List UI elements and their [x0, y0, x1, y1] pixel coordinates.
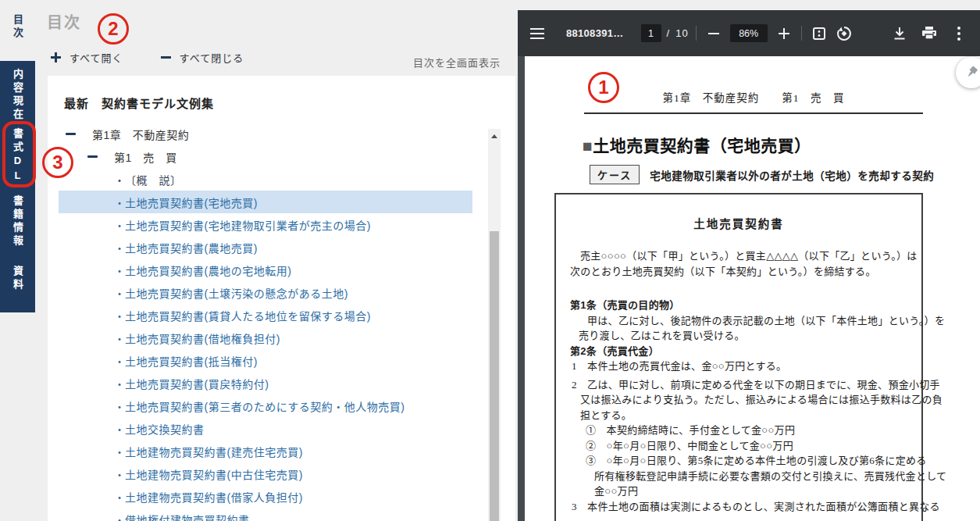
- rotate-icon[interactable]: [834, 23, 854, 44]
- bullet-icon: ・: [114, 217, 125, 233]
- tree-leaf[interactable]: ・ 土地売買契約書(抵当権付): [48, 349, 485, 372]
- collapse-all-button[interactable]: すべて閉じる: [161, 50, 244, 65]
- tree-leaf-label: 土地売買契約書(抵当権付): [125, 353, 258, 369]
- scroll-up-button[interactable]: [488, 129, 501, 143]
- contract-line: 担とする。: [570, 408, 907, 423]
- pdf-toolbar: 88108391… 1 / 10 86%: [518, 10, 980, 56]
- collapse-icon[interactable]: [66, 133, 76, 135]
- tree-leaf[interactable]: ・ 土地売買契約書(土壌汚染の懸念がある土地): [48, 281, 485, 304]
- case-description: 宅地建物取引業者以外の者が土地（宅地）を売却する契約: [650, 167, 934, 183]
- contract-line: 売主○○○○（以下「甲」という。）と買主△△△△（以下「乙」という。）は: [570, 248, 907, 264]
- rail-tab-shiryo[interactable]: 資料: [0, 266, 35, 292]
- rail-tab-shoseki-joho[interactable]: 書籍情報: [0, 195, 35, 248]
- case-label-box: ケース: [590, 165, 640, 184]
- tree-leaf[interactable]: ・ 土地建物売買契約書(借家人負担付): [48, 485, 485, 508]
- scrollbar-thumb[interactable]: [490, 231, 499, 521]
- tree-leaf-label: 土地売買契約書(第三者のためにする契約・他人物売買): [125, 398, 404, 414]
- rail-tab-label: 資料: [12, 266, 23, 292]
- tree-leaf-label: 土地売買契約書(農地の宅地転用): [125, 262, 291, 278]
- page-number-input[interactable]: 1: [641, 24, 661, 42]
- bullet-icon: ・: [114, 512, 125, 521]
- contract-line: 第1条（売買の目的物）: [570, 298, 907, 313]
- tree-leaf-label: 土地売買契約書(借地権負担付): [125, 330, 280, 346]
- tree-leaf[interactable]: ・ 土地建物売買契約書(建売住宅売買): [48, 440, 485, 462]
- tree-leaf-label: 土地建物売買契約書(借家人負担付): [125, 489, 303, 505]
- zoom-level[interactable]: 86%: [730, 24, 768, 42]
- fit-page-icon[interactable]: [809, 23, 829, 44]
- bullet-icon: ・: [114, 308, 125, 323]
- bullet-icon: ・: [114, 262, 125, 278]
- bullet-icon: ・: [114, 194, 125, 210]
- tree-leaf[interactable]: ・ 土地交換契約書: [48, 417, 485, 440]
- download-icon[interactable]: [889, 23, 910, 44]
- rail-tab-label: 書籍情報: [12, 195, 23, 248]
- bullet-icon: ・: [114, 398, 125, 414]
- toc-tree: 最新 契約書モデル文例集 第1章 不動産契約 第1 売 買 ・ 〔概 説〕 ・ …: [48, 76, 515, 521]
- rail-tab-naiyo-genzai[interactable]: 内容現在: [0, 69, 35, 122]
- contract-text-box: 土地売買契約書 売主○○○○（以下「甲」という。）と買主△△△△（以下「乙」とい…: [554, 193, 923, 521]
- book-title: 最新 契約書モデル文例集: [64, 95, 214, 111]
- tree-leaf[interactable]: ・ 土地売買契約書(宅地建物取引業者が売主の場合): [48, 213, 485, 236]
- tree-node-label: 第1 売 買: [114, 149, 177, 165]
- tree-leaf-label: 土地建物売買契約書(建売住宅売買): [125, 444, 303, 459]
- pdf-filename: 88108391…: [566, 27, 624, 39]
- tree-leaf[interactable]: ・ 土地売買契約書(農地の宅地転用): [48, 259, 485, 281]
- print-icon[interactable]: [919, 23, 939, 44]
- contract-line: 2 乙は、甲に対し、前項に定める代金を以下の期日までに、現金、預金小切手: [570, 377, 907, 393]
- tree-leaf[interactable]: ・ 土地売買契約書(農地売買): [48, 236, 485, 259]
- bullet-icon: ・: [114, 172, 125, 187]
- tree-leaf[interactable]: ・ 土地売買契約書(賃貸人たる地位を留保する場合): [48, 304, 485, 327]
- tree-leaf-label: 借地権付建物売買契約書: [125, 512, 250, 521]
- annotation-box-shoshiki-dl: [2, 121, 36, 187]
- page-total: 10: [675, 27, 688, 39]
- contract-line: ① 本契約締結時に、手付金として金○○万円: [570, 423, 907, 438]
- toolbar-divider: [696, 26, 697, 41]
- tree-leaf[interactable]: ・ 土地売買契約書(買戻特約付): [48, 372, 485, 394]
- contract-line: ② ○年○月○日限り、中間金として金○○万円: [570, 438, 907, 454]
- collapse-all-label: すべて閉じる: [180, 50, 244, 65]
- contract-line: 1 本件土地の売買代金は、金○○万円とする。: [570, 359, 907, 374]
- toc-fullscreen-link[interactable]: 目次を全画面表示: [413, 55, 501, 70]
- contract-line: 次のとおり土地売買契約（以下「本契約」という。）を締結する。: [570, 264, 907, 280]
- rail-tab-label: 目次: [12, 14, 23, 61]
- tree-leaf-label: 土地売買契約書(宅地建物取引業者が売主の場合): [125, 217, 371, 233]
- toc-actions: すべて開く すべて閉じる: [51, 50, 244, 65]
- bullet-icon: ・: [114, 330, 125, 346]
- tree-node-section1[interactable]: 第1 売 買: [48, 145, 485, 168]
- minus-icon: [161, 52, 171, 62]
- tree-leaf-label: 土地売買契約書(買戻特約付): [125, 376, 269, 391]
- tree-leaf-selected[interactable]: ・ 土地売買契約書(宅地売買): [59, 191, 472, 213]
- tree-leaf-label: 土地売買契約書(農地売買): [125, 240, 258, 255]
- tree-scrollbar[interactable]: [488, 129, 501, 521]
- bullet-icon: ・: [114, 489, 125, 505]
- toolbar-divider: [801, 26, 802, 41]
- tree-node-label: 第1章 不動産契約: [92, 127, 189, 142]
- case-line: ケース 宅地建物取引業者以外の者が土地（宅地）を売却する契約: [590, 165, 934, 184]
- contract-line: 金○○万円: [570, 484, 907, 499]
- tree-leaf[interactable]: ・ 借地権付建物売買契約書: [48, 508, 485, 521]
- zoom-out-icon[interactable]: [704, 23, 724, 44]
- expand-all-button[interactable]: すべて開く: [51, 50, 123, 65]
- document-title-text: 土地売買契約書（宅地売買）: [593, 137, 811, 155]
- more-options-icon[interactable]: [949, 23, 969, 44]
- tree-leaf[interactable]: ・ 土地建物売買契約書(中古住宅売買): [48, 462, 485, 485]
- annotation-circle-2: 2: [98, 13, 129, 45]
- bullet-icon: ・: [114, 285, 125, 301]
- toc-panel-title: 目次: [47, 10, 81, 33]
- contract-line: 3 本件土地の面積は実測によるものとし、実測された面積が公簿面積と異なる: [570, 499, 907, 515]
- contract-line: 又は振込みにより支払う。ただし、振込みによる場合には振込手数料は乙の負: [570, 392, 907, 408]
- expand-all-label: すべて開く: [69, 50, 123, 65]
- tree-leaf[interactable]: ・ 土地売買契約書(第三者のためにする契約・他人物売買): [48, 394, 485, 417]
- contract-line: 売り渡し、乙はこれを買い受ける。: [570, 328, 907, 344]
- tree-leaf-gaisetsu[interactable]: ・ 〔概 説〕: [48, 168, 485, 191]
- bullet-icon: ・: [114, 240, 125, 255]
- menu-icon[interactable]: [527, 23, 547, 44]
- plus-icon: [51, 52, 61, 62]
- tree-node-chapter1[interactable]: 第1章 不動産契約: [48, 123, 485, 145]
- rail-tab-mokuji[interactable]: 目次: [0, 14, 35, 61]
- pdf-viewer-pane: 88108391… 1 / 10 86%: [518, 10, 980, 521]
- collapse-icon[interactable]: [87, 155, 98, 158]
- contract-line: 第2条（売買代金）: [570, 344, 907, 359]
- zoom-in-icon[interactable]: [774, 23, 794, 44]
- tree-leaf[interactable]: ・ 土地売買契約書(借地権負担付): [48, 327, 485, 349]
